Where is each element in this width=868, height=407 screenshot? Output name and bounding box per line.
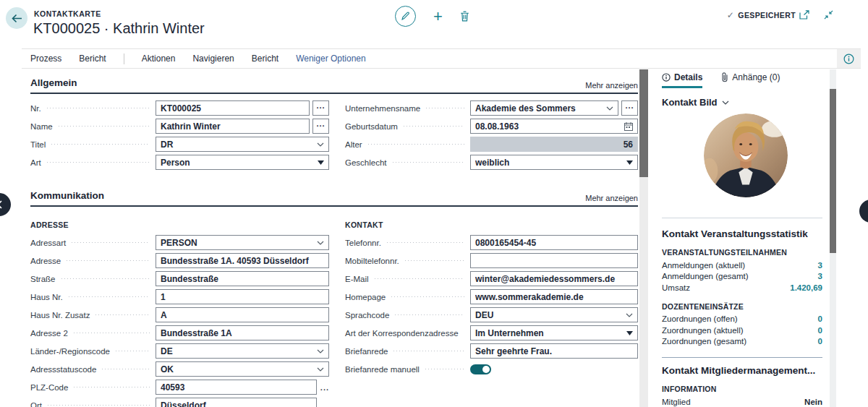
field-value: winter@akademiedessommers.de	[475, 274, 633, 284]
field-control: 0800165454-45	[470, 235, 638, 250]
toggle-switch[interactable]	[470, 364, 491, 374]
record-actions: +	[395, 6, 469, 27]
dotted-leader	[116, 351, 150, 351]
menu-bericht-2[interactable]: Bericht	[252, 53, 278, 64]
dotted-leader	[391, 296, 464, 297]
field-input[interactable]: Im Unternehmen	[470, 325, 638, 340]
field-input[interactable]: Düsseldorf	[156, 398, 317, 407]
dotted-leader	[387, 242, 464, 243]
field-row-mobiltelefonnr: Mobiltelefonnr.	[345, 252, 638, 270]
window-controls	[799, 10, 833, 20]
field-label: Name	[30, 122, 53, 131]
field-input[interactable]: DEU	[470, 307, 638, 322]
field-control: winter@akademiedessommers.de	[470, 271, 638, 286]
dotted-leader	[51, 144, 150, 145]
field-input[interactable]: Kathrin Winter	[156, 119, 310, 134]
assist-edit-button[interactable]: ...	[312, 119, 329, 134]
factbox-card-title[interactable]: Kontakt Mitgliedermanagement...	[662, 365, 822, 376]
field-label: Straße	[30, 275, 56, 283]
previous-record-button[interactable]	[0, 193, 11, 216]
field-input[interactable]: Bundesstraße	[156, 271, 329, 286]
lookup-ellipsis-button[interactable]: ...	[320, 403, 329, 407]
factbox-card-title[interactable]: Kontakt Veranstaltungsstatistik	[662, 228, 822, 239]
main-scrollbar-thumb[interactable]	[639, 69, 648, 177]
field-control: Düsseldorf...	[156, 398, 329, 407]
collapse-page-button[interactable]	[824, 10, 833, 20]
field-control: Kathrin Winter...	[156, 119, 329, 134]
field-input[interactable]: OK	[156, 361, 329, 377]
field-value: Sehr geehrte Frau.	[475, 346, 633, 356]
field-input[interactable]: KT000025	[156, 100, 310, 116]
menu-prozess[interactable]: Prozess	[30, 53, 61, 64]
menu-aktionen[interactable]: Aktionen	[142, 53, 176, 64]
field-value: Kathrin Winter	[161, 121, 305, 132]
section-header: Kommunikation Mehr anzeigen	[30, 189, 638, 207]
dotted-leader	[393, 351, 464, 351]
field-value: Düsseldorf	[161, 400, 312, 407]
field-input[interactable]: winter@akademiedessommers.de	[470, 271, 638, 286]
field-input[interactable]: 1	[156, 289, 329, 304]
collapse-arrows-icon	[824, 10, 833, 20]
field-input[interactable]: Bundesstraße 1A	[156, 325, 329, 340]
tab-anhaenge[interactable]: Anhänge (0)	[721, 72, 780, 88]
dotted-leader	[368, 144, 464, 145]
stat-group-heading: VERANSTALTUNGSTEILNAHMEN	[662, 248, 822, 257]
factbox-scrollbar-thumb[interactable]	[830, 89, 836, 253]
stat-value: 0	[818, 314, 822, 323]
dotted-leader	[395, 314, 464, 315]
menu-navigieren[interactable]: Navigieren	[192, 53, 234, 64]
show-more-link[interactable]: Mehr anzeigen	[585, 194, 638, 202]
open-in-window-button[interactable]	[799, 10, 809, 20]
dotted-leader	[404, 126, 464, 127]
assist-edit-button[interactable]: ...	[312, 100, 329, 116]
field-value: Bundesstraße 1A. 40593 Düsseldorf	[161, 256, 324, 266]
field-control: weiblich	[470, 155, 638, 170]
field-input[interactable]: DR	[156, 137, 329, 152]
field-label: Briefanrede manuell	[345, 365, 420, 374]
field-input[interactable]: weiblich	[470, 155, 638, 170]
field-row-e-mail: E-Mailwinter@akademiedessommers.de	[345, 270, 638, 288]
field-row-ort: OrtDüsseldorf...	[30, 396, 329, 407]
edit-button[interactable]	[395, 6, 416, 27]
tab-details[interactable]: Details	[662, 72, 702, 88]
dotted-leader	[67, 260, 150, 261]
field-input[interactable]: Sehr geehrte Frau.	[470, 343, 638, 359]
field-value: weiblich	[475, 158, 624, 168]
field-row-name: NameKathrin Winter...	[30, 117, 329, 135]
section-title[interactable]: Allgemein	[30, 77, 77, 88]
menu-bericht-1[interactable]: Bericht	[79, 53, 106, 64]
calendar-icon[interactable]	[624, 122, 633, 131]
field-input[interactable]: www.sommerakademie.de	[470, 289, 638, 304]
back-button[interactable]	[6, 7, 27, 29]
field-input[interactable]: PERSON	[156, 235, 329, 250]
stat-value: 3	[818, 261, 822, 270]
stat-row-zuordnungen-aktuell: Zuordnungen (aktuell)0	[662, 325, 822, 336]
portrait-image	[704, 113, 788, 197]
field-input[interactable]: DE	[156, 343, 329, 359]
stat-group-heading: INFORMATION	[662, 385, 822, 393]
field-input[interactable]: A	[156, 307, 329, 322]
field-input[interactable]: 40593	[156, 380, 317, 395]
field-input[interactable]	[470, 253, 638, 268]
field-input[interactable]: Person	[156, 155, 329, 170]
stat-row-zuordnungen-offen: Zuordnungen (offen)0	[662, 314, 822, 325]
group-heading-adresse: ADRESSE	[30, 220, 329, 231]
field-input[interactable]: 0800165454-45	[470, 235, 638, 250]
next-record-button[interactable]	[859, 200, 868, 223]
field-input[interactable]: Akademie des Sommers	[470, 100, 618, 116]
contact-picture-header[interactable]: Kontakt Bild	[662, 97, 830, 108]
show-more-link[interactable]: Mehr anzeigen	[585, 81, 638, 90]
lookup-ellipsis-button[interactable]: ...	[320, 385, 329, 390]
delete-button[interactable]	[460, 11, 469, 22]
field-input[interactable]: 08.08.1963	[470, 119, 638, 134]
section-title[interactable]: Kommunikation	[30, 190, 104, 201]
field-value: Person	[161, 158, 315, 168]
info-button[interactable]	[837, 49, 861, 68]
page-title: KT000025 · Kathrin Winter	[33, 20, 205, 37]
menu-weniger-optionen[interactable]: Weniger Optionen	[296, 53, 366, 64]
assist-edit-button[interactable]: ...	[621, 100, 638, 116]
dotted-leader	[61, 278, 150, 279]
new-button[interactable]: +	[433, 9, 443, 24]
field-row-adresse: AdresseBundesstraße 1A. 40593 Düsseldorf	[30, 252, 329, 270]
field-input[interactable]: Bundesstraße 1A. 40593 Düsseldorf	[156, 253, 329, 268]
